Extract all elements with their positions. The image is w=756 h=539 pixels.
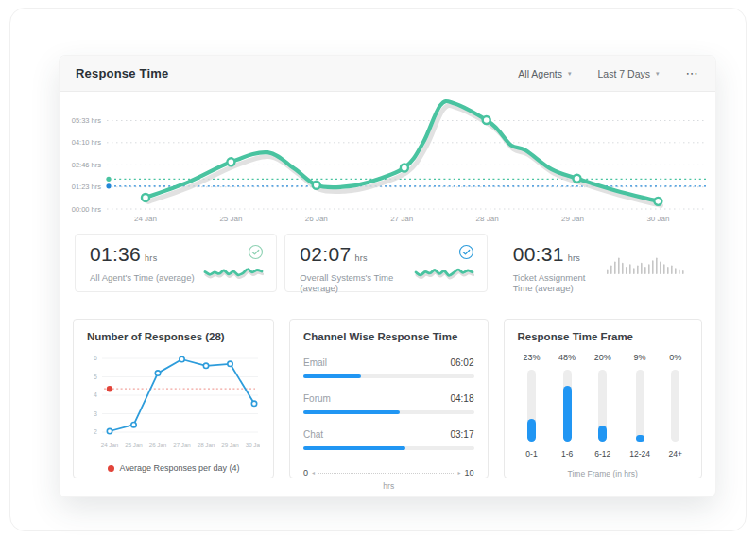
stats-row: 01:36hrs All Agent's Time (average) 02:0… xyxy=(75,234,700,292)
waveform-bar xyxy=(671,266,673,274)
stat-visuals xyxy=(606,243,687,284)
x-axis-label: 26 Jan xyxy=(305,215,328,223)
stat-unit: hrs xyxy=(354,253,367,263)
chart-legend: Average Responses per day (4) xyxy=(87,463,260,473)
agents-filter-label: All Agents xyxy=(518,68,562,79)
waveform-bar xyxy=(675,268,677,274)
arrow-left-icon: ◂ xyxy=(312,470,315,476)
channel-row-forum: Forum04:18 xyxy=(303,393,474,414)
more-menu-button[interactable]: ⋯ xyxy=(686,66,700,80)
axis-unit-label: hrs xyxy=(303,481,474,491)
stat-label: Ticket Assignment Time (average) xyxy=(513,272,606,293)
bar-track xyxy=(303,410,474,414)
channel-value: 03:17 xyxy=(450,429,473,440)
y-tick-label: 04:10 hrs xyxy=(72,138,102,147)
responses-chart: 6543224 Jan25 Jan26 Jan27 Jan28 Jan29 Ja… xyxy=(87,349,260,453)
y-tick-label: 3 xyxy=(94,410,97,417)
x-axis-label: 28 Jan xyxy=(198,442,215,448)
daterange-filter-label: Last 7 Days xyxy=(598,68,650,79)
bar-fill xyxy=(303,374,361,378)
sparkline-chart xyxy=(203,264,264,288)
data-point xyxy=(107,428,112,433)
y-tick-label: 00:00 hrs xyxy=(72,205,102,214)
channel-label: Forum xyxy=(303,393,331,404)
waveform-bar xyxy=(660,262,662,275)
x-axis-label: 27 Jan xyxy=(390,215,413,223)
x-axis-label: 29 Jan xyxy=(561,215,584,223)
panel-response-time-frame: Response Time Frame 23%0-148%1-620%6-129… xyxy=(504,319,703,478)
stat-content: 01:36hrs All Agent's Time (average) xyxy=(90,243,195,284)
data-point xyxy=(654,198,662,205)
y-tick-label: 4 xyxy=(94,391,97,398)
dashboard-card: Response Time All Agents ▾ Last 7 Days ▾… xyxy=(60,56,715,496)
panel-number-of-responses: Number of Responses (28) 6543224 Jan25 J… xyxy=(73,319,274,478)
waveform-bar xyxy=(663,264,665,274)
waveform-bar xyxy=(682,270,684,274)
stat-label: Overall Systems's Time (average) xyxy=(300,272,413,293)
waveform-bar xyxy=(607,270,609,274)
timeframe-col-0-1: 23%0-1 xyxy=(524,353,541,459)
data-point xyxy=(228,361,232,366)
x-axis-label: 25 Jan xyxy=(125,442,143,448)
timeframe-col-12-24: 9%12-24 xyxy=(629,353,650,459)
waveform-bar xyxy=(618,257,620,274)
category-label: 24+ xyxy=(669,449,682,459)
channel-label: Email xyxy=(303,357,327,368)
y-tick-label: 01:23 hrs xyxy=(72,183,102,191)
waveform-bar xyxy=(652,260,654,274)
waveform-bar xyxy=(648,264,650,274)
waveform-icon xyxy=(606,253,687,280)
stat-card-overall-system-time: 02:07hrs Overall Systems's Time (average… xyxy=(284,234,487,292)
legend-label: Average Responses per day (4) xyxy=(120,463,240,473)
bar-track xyxy=(303,374,474,378)
header-controls: All Agents ▾ Last 7 Days ▾ ⋯ xyxy=(518,66,699,80)
chevron-down-icon: ▾ xyxy=(656,70,660,78)
x-axis-label: 30 Jan xyxy=(246,442,260,448)
overall-average-dot xyxy=(106,177,111,182)
data-point xyxy=(227,158,234,165)
x-axis-label: 24 Jan xyxy=(101,442,119,448)
bar-track xyxy=(303,446,474,450)
data-point xyxy=(180,356,184,361)
stat-label: All Agent's Time (average) xyxy=(90,272,195,283)
data-point xyxy=(313,182,320,189)
panel-title: Response Time Frame xyxy=(518,331,689,342)
stat-value: 00:31hrs xyxy=(513,243,606,266)
waveform-bar xyxy=(641,263,643,274)
percent-label: 23% xyxy=(524,353,541,362)
arrow-right-icon: ▸ xyxy=(457,470,460,476)
bar-track xyxy=(636,370,644,442)
daterange-filter-dropdown[interactable]: Last 7 Days ▾ xyxy=(598,68,660,79)
channel-value: 04:18 xyxy=(450,393,473,404)
bar-track xyxy=(598,370,607,442)
axis-min-label: 0 xyxy=(303,468,308,478)
axis-max-label: 10 xyxy=(464,468,473,478)
panel-channel-wise-response-time: Channel Wise Response Time Email06:02For… xyxy=(289,319,489,478)
stat-card-ticket-assignment-time: 00:31hrs Ticket Assignment Time (average… xyxy=(495,234,700,292)
bar-fill xyxy=(598,426,607,442)
agents-average-dot xyxy=(106,183,111,188)
data-point xyxy=(131,423,136,427)
stat-value: 01:36hrs xyxy=(90,243,195,266)
channel-bars: Email06:02Forum04:18Chat03:17 xyxy=(303,357,474,450)
agents-filter-dropdown[interactable]: All Agents ▾ xyxy=(518,68,571,79)
y-tick-label: 02:46 hrs xyxy=(72,161,102,169)
panel-title: Channel Wise Response Time xyxy=(303,331,474,342)
panel-title: Number of Responses (28) xyxy=(87,331,260,342)
bottom-panels: Number of Responses (28) 6543224 Jan25 J… xyxy=(73,319,702,478)
bar-track xyxy=(671,370,679,442)
data-point xyxy=(142,194,149,201)
channel-axis: 0 ◂ ▸ 10 xyxy=(303,468,474,478)
waveform-bar xyxy=(637,266,639,274)
sparkline-chart xyxy=(414,264,474,288)
average-dot xyxy=(107,386,112,391)
y-tick-label: 6 xyxy=(94,355,97,361)
page-title: Response Time xyxy=(76,66,168,80)
waveform-bar xyxy=(614,262,616,275)
x-axis-label: 30 Jan xyxy=(646,215,669,223)
timeframe-col-1-6: 48%1-6 xyxy=(558,353,576,459)
check-circle-icon xyxy=(248,244,264,264)
waveform-bar xyxy=(626,267,627,274)
x-axis-label: 25 Jan xyxy=(219,215,242,223)
percent-label: 20% xyxy=(594,353,611,362)
